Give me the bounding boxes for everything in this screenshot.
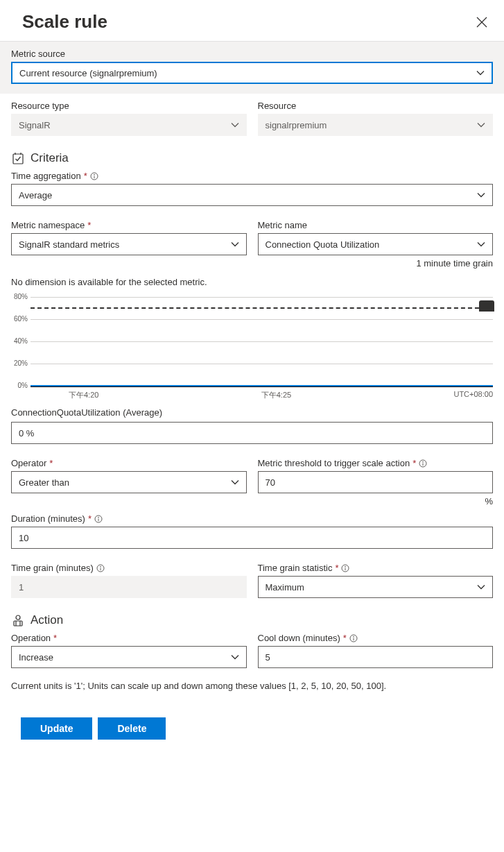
data-bump	[479, 300, 494, 312]
page-title: Scale rule	[22, 11, 107, 33]
criteria-icon	[11, 151, 25, 165]
cooldown-label: Cool down (minutes)	[258, 633, 340, 643]
xtick-1: 下午4:25	[261, 390, 291, 400]
chevron-down-icon	[231, 653, 239, 661]
svg-point-24	[353, 636, 354, 637]
time-grain-stat-label: Time grain statistic	[258, 563, 333, 573]
time-grain-label: Time grain (minutes)	[11, 563, 94, 573]
chevron-down-icon	[477, 121, 485, 129]
operator-select[interactable]: Greater than	[11, 471, 247, 493]
ytick-0: 0%	[10, 382, 28, 389]
svg-point-17	[345, 566, 346, 567]
xtick-0: 下午4:20	[69, 390, 98, 400]
metric-source-value: Current resource (signalrpremium)	[19, 68, 157, 78]
resource-type-value: SignalR	[19, 120, 51, 130]
time-grain-stat-value: Maximum	[266, 582, 304, 593]
ytick-2: 40%	[10, 337, 28, 345]
no-dimension-text: No dimension is available for the select…	[0, 275, 504, 290]
info-icon[interactable]	[96, 564, 105, 572]
svg-rect-19	[14, 621, 22, 626]
svg-point-14	[100, 566, 101, 567]
chevron-down-icon	[231, 240, 239, 248]
threshold-input[interactable]	[258, 471, 494, 493]
chevron-down-icon	[231, 478, 239, 486]
metric-chart: 80% 60% 40% 20% 0% 下午4:20 下午4:25 UTC+08:…	[0, 290, 504, 403]
time-aggregation-label: Time aggregation	[11, 171, 81, 181]
svg-point-18	[16, 615, 20, 620]
ytick-1: 20%	[10, 359, 28, 367]
chevron-down-icon	[476, 69, 485, 77]
operator-label: Operator	[11, 458, 46, 468]
metric-name-value: Connection Quota Utilization	[266, 239, 380, 250]
time-aggregation-value: Average	[19, 190, 52, 201]
svg-point-5	[94, 174, 94, 175]
data-line	[31, 385, 493, 386]
threshold-label: Metric threshold to trigger scale action	[258, 458, 410, 468]
metric-namespace-select[interactable]: SignalR standard metrics	[11, 233, 247, 255]
info-icon[interactable]	[94, 515, 103, 523]
timezone: UTC+08:00	[453, 390, 493, 400]
threshold-line	[31, 307, 493, 309]
metric-namespace-label: Metric namespace	[11, 220, 85, 230]
cooldown-input[interactable]	[258, 646, 494, 668]
resource-type-select: SignalR	[11, 114, 247, 136]
info-icon[interactable]	[341, 564, 349, 572]
time-aggregation-select[interactable]: Average	[11, 184, 493, 206]
close-icon[interactable]	[476, 17, 487, 28]
duration-input[interactable]	[11, 527, 493, 549]
chevron-down-icon	[477, 240, 485, 248]
svg-rect-2	[13, 154, 23, 164]
info-icon[interactable]	[349, 634, 358, 642]
metric-name-label: Metric name	[258, 220, 494, 230]
units-note: Current units is '1'; Units can scale up…	[0, 675, 504, 697]
connection-quota-input[interactable]	[11, 422, 493, 444]
time-grain-input	[11, 576, 247, 598]
metric-name-select[interactable]: Connection Quota Utilization	[258, 233, 494, 255]
resource-type-label: Resource type	[11, 101, 247, 111]
update-button[interactable]: Update	[21, 717, 92, 740]
delete-button[interactable]: Delete	[98, 717, 166, 740]
time-grain-stat-select[interactable]: Maximum	[258, 576, 494, 598]
metric-source-label: Metric source	[11, 49, 493, 59]
threshold-unit: %	[258, 496, 494, 506]
operation-value: Increase	[19, 652, 53, 663]
metric-namespace-value: SignalR standard metrics	[19, 239, 119, 250]
ytick-3: 60%	[10, 315, 28, 323]
resource-select: signalrpremium	[258, 114, 494, 136]
svg-point-11	[98, 517, 99, 518]
chevron-down-icon	[477, 191, 485, 199]
resource-value: signalrpremium	[266, 120, 327, 130]
ytick-4: 80%	[10, 293, 28, 300]
operation-label: Operation	[11, 633, 51, 643]
svg-point-8	[423, 461, 424, 462]
action-icon	[11, 613, 25, 627]
operation-select[interactable]: Increase	[11, 646, 247, 668]
resource-label: Resource	[258, 101, 494, 111]
criteria-title: Criteria	[31, 151, 69, 165]
action-title: Action	[31, 613, 63, 627]
info-icon[interactable]	[419, 459, 427, 468]
operator-value: Greater than	[19, 477, 69, 488]
info-icon[interactable]	[90, 172, 98, 180]
time-grain-note: 1 minute time grain	[258, 258, 494, 269]
chevron-down-icon	[477, 583, 485, 591]
chart-title: ConnectionQuotaUtilization (Average)	[0, 403, 504, 422]
duration-label: Duration (minutes)	[11, 513, 85, 524]
metric-source-select[interactable]: Current resource (signalrpremium)	[11, 62, 493, 84]
chevron-down-icon	[231, 121, 239, 129]
